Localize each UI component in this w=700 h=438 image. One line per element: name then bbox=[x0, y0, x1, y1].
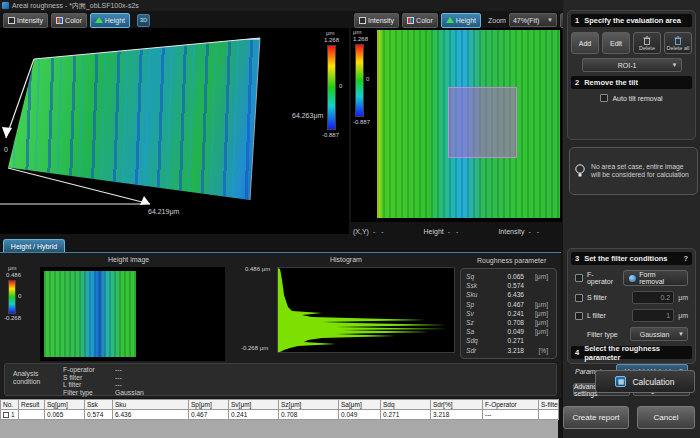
s-filter-unit: μm bbox=[678, 294, 688, 301]
trash-all-icon bbox=[674, 36, 682, 45]
analysis-condition-label: Analysis condition bbox=[5, 364, 63, 395]
3d-view-button[interactable]: 3D bbox=[137, 14, 150, 27]
calculation-button[interactable]: ▦ Calculation bbox=[595, 370, 695, 393]
roughness-row: Ssk0.574 bbox=[466, 281, 551, 290]
delete-button[interactable]: Delete bbox=[633, 32, 661, 54]
col-sq[interactable]: Sq[μm] bbox=[45, 400, 85, 410]
analysis-panel: Height image μm 0.486 0 -0.268 Histogram… bbox=[0, 252, 561, 398]
height-image bbox=[44, 271, 136, 357]
cancel-button[interactable]: Cancel bbox=[637, 406, 695, 429]
histogram-title: Histogram bbox=[330, 256, 362, 263]
l-filter-input[interactable]: 1 bbox=[632, 309, 674, 322]
height-map-image[interactable] bbox=[377, 30, 560, 218]
colorbar3d-unit: μm bbox=[326, 30, 334, 37]
col-ssk[interactable]: Ssk bbox=[85, 400, 113, 410]
2d-view-panel[interactable]: μm 1.268 0 -0.887 bbox=[351, 28, 562, 222]
col-foperator[interactable]: F-Operator bbox=[483, 400, 539, 410]
tab-label: Height / Hybrid bbox=[11, 243, 57, 250]
zoom-select[interactable]: 47%(Fit) ▼ bbox=[509, 13, 557, 27]
tab-height-hybrid[interactable]: Height / Hybrid bbox=[3, 239, 65, 252]
delete-all-button[interactable]: Delete all bbox=[664, 32, 692, 54]
row-checkbox[interactable] bbox=[3, 412, 9, 418]
color-2d-button[interactable]: Color bbox=[402, 13, 438, 28]
roughness-row: Sku6.436 bbox=[466, 290, 551, 299]
intensity-2d-button[interactable]: Intensity bbox=[354, 13, 399, 28]
lightbulb-icon bbox=[574, 163, 586, 179]
create-report-button[interactable]: Create report bbox=[563, 406, 629, 429]
cell-sp: 0.467 bbox=[189, 410, 229, 420]
window-title: Areal roughness - *内面_obLSF100x-s2s bbox=[12, 1, 139, 11]
analysis-condition-grid: F-operator --- S filter --- L filter ---… bbox=[63, 364, 175, 395]
f-operator-checkbox[interactable] bbox=[575, 274, 583, 282]
xy-value: - - bbox=[373, 228, 386, 235]
height-icon bbox=[446, 17, 454, 23]
3d-view-panel[interactable]: 64.263μm 64.219μm 0 μm 1.268 0 -0.887 bbox=[0, 28, 349, 234]
mini-colorbar bbox=[8, 280, 16, 314]
edit-button[interactable]: Edit bbox=[602, 32, 630, 54]
col-sku[interactable]: Sku bbox=[113, 400, 189, 410]
roi-value: ROI-1 bbox=[618, 62, 637, 69]
col-sfilter[interactable]: S-filter bbox=[539, 400, 559, 410]
s-filter-value: 0.2 bbox=[660, 294, 670, 301]
form-removal-button[interactable]: Form removal bbox=[623, 270, 688, 286]
ac-value: --- bbox=[115, 366, 175, 374]
row-no-cell[interactable]: 1 bbox=[1, 410, 19, 420]
results-table: No. Result Sq[μm] Ssk Sku Sp[μm] Sv[μm] … bbox=[0, 399, 559, 420]
col-sv[interactable]: Sv[μm] bbox=[229, 400, 279, 410]
analysis-condition: Analysis condition F-operator --- S filt… bbox=[4, 363, 557, 396]
col-sz[interactable]: Sz[μm] bbox=[279, 400, 339, 410]
form-removal-icon bbox=[629, 275, 636, 282]
cell-foperator: --- bbox=[483, 410, 539, 420]
s-filter-label: S filter bbox=[587, 294, 607, 301]
section1-title: Specify the evaluation area bbox=[584, 16, 681, 25]
axis-origin-label: 0 bbox=[4, 146, 8, 153]
height-3d-button[interactable]: Height bbox=[90, 13, 130, 28]
intensity-status-value: - - bbox=[528, 228, 541, 235]
colorbar2d-unit: μm bbox=[353, 29, 361, 36]
edit-label: Edit bbox=[610, 40, 622, 47]
l-filter-checkbox[interactable] bbox=[575, 312, 583, 320]
ac-value: --- bbox=[115, 374, 175, 382]
col-no[interactable]: No. bbox=[1, 400, 19, 410]
histogram-plot bbox=[278, 268, 454, 352]
create-report-label: Create report bbox=[572, 413, 619, 422]
intensity-icon bbox=[8, 17, 15, 24]
add-button[interactable]: Add bbox=[571, 32, 599, 54]
axis-height-label: 64.263μm bbox=[292, 112, 323, 119]
height-image-box[interactable] bbox=[40, 267, 225, 361]
intensity-3d-button[interactable]: Intensity bbox=[3, 13, 48, 28]
col-sp[interactable]: Sp[μm] bbox=[189, 400, 229, 410]
axis-width-label: 64.219μm bbox=[148, 208, 179, 215]
colorbar2d-min: -0.887 bbox=[353, 119, 370, 126]
col-sa[interactable]: Sa[μm] bbox=[339, 400, 381, 410]
roughness-row: Sp0.467[μm] bbox=[466, 300, 551, 309]
intensity-status-label: Intensity bbox=[498, 228, 524, 235]
hint-box: No area set case, entire image will be c… bbox=[569, 147, 698, 195]
col-sdr[interactable]: Sdr[%] bbox=[431, 400, 483, 410]
s-filter-input[interactable]: 0.2 bbox=[632, 291, 674, 304]
section2-title: Remove the tilt bbox=[584, 78, 638, 87]
filter-type-select[interactable]: Gaussian ▼ bbox=[630, 327, 688, 341]
col-result[interactable]: Result bbox=[19, 400, 45, 410]
l-filter-label: L filter bbox=[587, 312, 606, 319]
col-sdq[interactable]: Sdq bbox=[381, 400, 431, 410]
roi-select[interactable]: ROI-1 ▼ bbox=[582, 58, 682, 72]
color-3d-button[interactable]: Color bbox=[51, 13, 87, 28]
cell-sa: 0.049 bbox=[339, 410, 381, 420]
colorbar-2d bbox=[355, 44, 364, 117]
height-icon bbox=[95, 17, 103, 23]
3d-axes bbox=[0, 28, 349, 234]
roi-region[interactable] bbox=[448, 87, 517, 158]
l-filter-unit: μm bbox=[678, 312, 688, 319]
filter-type-row: Filter type Gaussian ▼ bbox=[587, 327, 688, 341]
height-2d-button[interactable]: Height bbox=[441, 13, 481, 28]
app-icon bbox=[2, 2, 9, 9]
s-filter-checkbox[interactable] bbox=[575, 294, 583, 302]
histogram-box bbox=[277, 267, 455, 353]
help-button[interactable]: ? bbox=[683, 254, 688, 263]
auto-tilt-row: Auto tilt removal bbox=[571, 94, 692, 102]
row-no: 1 bbox=[11, 411, 15, 418]
add-label: Add bbox=[579, 40, 591, 47]
toolbar-3d: Intensity Color Height 3D bbox=[3, 12, 150, 28]
auto-tilt-checkbox[interactable] bbox=[600, 94, 608, 102]
